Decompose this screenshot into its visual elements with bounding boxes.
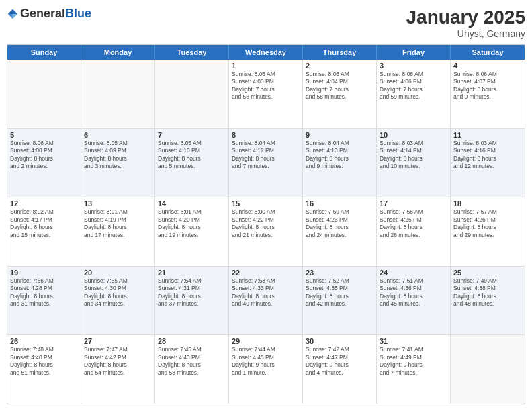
logo-blue: Blue — [65, 7, 91, 20]
empty-cell — [81, 60, 155, 128]
day-info: Sunrise: 8:05 AM Sunset: 4:09 PM Dayligh… — [84, 140, 152, 171]
weekday-header: Sunday — [7, 45, 81, 60]
day-cell: 12Sunrise: 8:02 AM Sunset: 4:17 PM Dayli… — [7, 197, 81, 266]
day-number: 4 — [453, 62, 522, 70]
day-cell: 22Sunrise: 7:53 AM Sunset: 4:33 PM Dayli… — [229, 267, 303, 335]
empty-cell — [7, 60, 81, 128]
day-cell: 10Sunrise: 8:03 AM Sunset: 4:14 PM Dayli… — [377, 129, 451, 197]
day-number: 14 — [158, 199, 226, 208]
day-number: 24 — [380, 269, 447, 277]
weekday-header: Thursday — [303, 45, 377, 60]
day-number: 11 — [453, 131, 522, 139]
calendar-body: 1Sunrise: 8:06 AM Sunset: 4:03 PM Daylig… — [7, 60, 525, 404]
day-number: 19 — [10, 269, 78, 277]
svg-marker-1 — [8, 9, 13, 13]
day-number: 10 — [380, 131, 447, 139]
day-cell: 19Sunrise: 7:56 AM Sunset: 4:28 PM Dayli… — [7, 267, 81, 335]
day-info: Sunrise: 8:01 AM Sunset: 4:19 PM Dayligh… — [84, 208, 152, 239]
weekday-header: Monday — [81, 45, 155, 60]
day-info: Sunrise: 7:45 AM Sunset: 4:43 PM Dayligh… — [158, 346, 226, 377]
empty-cell — [451, 335, 525, 404]
day-number: 26 — [10, 337, 78, 345]
day-info: Sunrise: 7:48 AM Sunset: 4:40 PM Dayligh… — [10, 346, 78, 377]
day-cell: 16Sunrise: 7:59 AM Sunset: 4:23 PM Dayli… — [303, 197, 377, 266]
day-info: Sunrise: 7:44 AM Sunset: 4:45 PM Dayligh… — [232, 346, 300, 377]
day-cell: 7Sunrise: 8:05 AM Sunset: 4:10 PM Daylig… — [155, 129, 229, 197]
calendar-row: 19Sunrise: 7:56 AM Sunset: 4:28 PM Dayli… — [7, 267, 525, 336]
day-number: 3 — [380, 62, 447, 70]
calendar-row: 1Sunrise: 8:06 AM Sunset: 4:03 PM Daylig… — [7, 60, 525, 129]
calendar-row: 26Sunrise: 7:48 AM Sunset: 4:40 PM Dayli… — [7, 335, 525, 404]
day-number: 12 — [10, 199, 78, 208]
day-number: 18 — [453, 199, 522, 208]
svg-marker-0 — [13, 9, 17, 13]
day-info: Sunrise: 7:47 AM Sunset: 4:42 PM Dayligh… — [84, 346, 152, 377]
day-info: Sunrise: 8:00 AM Sunset: 4:22 PM Dayligh… — [232, 208, 300, 239]
day-info: Sunrise: 8:03 AM Sunset: 4:16 PM Dayligh… — [453, 140, 522, 171]
day-cell: 18Sunrise: 7:57 AM Sunset: 4:26 PM Dayli… — [451, 197, 525, 266]
day-number: 7 — [158, 131, 226, 139]
empty-cell — [155, 60, 229, 128]
day-cell: 9Sunrise: 8:04 AM Sunset: 4:13 PM Daylig… — [303, 129, 377, 197]
day-cell: 2Sunrise: 8:06 AM Sunset: 4:04 PM Daylig… — [303, 60, 377, 128]
day-cell: 26Sunrise: 7:48 AM Sunset: 4:40 PM Dayli… — [7, 335, 81, 404]
day-number: 6 — [84, 131, 152, 139]
day-info: Sunrise: 8:03 AM Sunset: 4:14 PM Dayligh… — [380, 140, 447, 171]
day-info: Sunrise: 7:56 AM Sunset: 4:28 PM Dayligh… — [10, 277, 78, 308]
day-info: Sunrise: 8:06 AM Sunset: 4:06 PM Dayligh… — [380, 71, 447, 101]
day-info: Sunrise: 7:52 AM Sunset: 4:35 PM Dayligh… — [306, 277, 373, 308]
day-info: Sunrise: 8:01 AM Sunset: 4:20 PM Dayligh… — [158, 208, 226, 239]
day-number: 20 — [84, 269, 152, 277]
day-info: Sunrise: 8:06 AM Sunset: 4:07 PM Dayligh… — [453, 71, 522, 101]
weekday-header: Saturday — [451, 45, 525, 60]
day-cell: 6Sunrise: 8:05 AM Sunset: 4:09 PM Daylig… — [81, 129, 155, 197]
day-cell: 4Sunrise: 8:06 AM Sunset: 4:07 PM Daylig… — [451, 60, 525, 128]
weekday-header: Tuesday — [155, 45, 229, 60]
weekday-header: Friday — [377, 45, 451, 60]
day-cell: 8Sunrise: 8:04 AM Sunset: 4:12 PM Daylig… — [229, 129, 303, 197]
day-number: 22 — [232, 269, 300, 277]
day-info: Sunrise: 8:04 AM Sunset: 4:12 PM Dayligh… — [232, 140, 300, 171]
day-info: Sunrise: 7:58 AM Sunset: 4:25 PM Dayligh… — [380, 208, 447, 239]
day-number: 27 — [84, 337, 152, 345]
logo-text: GeneralBlue — [20, 7, 91, 21]
logo-icon — [7, 8, 19, 20]
day-number: 13 — [84, 199, 152, 208]
day-info: Sunrise: 8:02 AM Sunset: 4:17 PM Dayligh… — [10, 208, 78, 239]
day-number: 8 — [232, 131, 300, 139]
day-info: Sunrise: 7:49 AM Sunset: 4:38 PM Dayligh… — [453, 277, 522, 308]
calendar-header: SundayMondayTuesdayWednesdayThursdayFrid… — [7, 45, 525, 60]
day-info: Sunrise: 7:42 AM Sunset: 4:47 PM Dayligh… — [306, 346, 373, 377]
day-cell: 29Sunrise: 7:44 AM Sunset: 4:45 PM Dayli… — [229, 335, 303, 404]
day-cell: 24Sunrise: 7:51 AM Sunset: 4:36 PM Dayli… — [377, 267, 451, 335]
weekday-header: Wednesday — [229, 45, 303, 60]
day-number: 28 — [158, 337, 226, 345]
day-cell: 15Sunrise: 8:00 AM Sunset: 4:22 PM Dayli… — [229, 197, 303, 266]
svg-marker-3 — [13, 14, 17, 19]
header: GeneralBlue January 2025 Uhyst, Germany — [7, 7, 525, 39]
day-cell: 13Sunrise: 8:01 AM Sunset: 4:19 PM Dayli… — [81, 197, 155, 266]
day-info: Sunrise: 8:06 AM Sunset: 4:04 PM Dayligh… — [306, 71, 373, 101]
day-number: 16 — [306, 199, 373, 208]
day-number: 9 — [306, 131, 373, 139]
day-cell: 28Sunrise: 7:45 AM Sunset: 4:43 PM Dayli… — [155, 335, 229, 404]
day-info: Sunrise: 8:05 AM Sunset: 4:10 PM Dayligh… — [158, 140, 226, 171]
calendar-subtitle: Uhyst, Germany — [406, 28, 525, 39]
day-cell: 25Sunrise: 7:49 AM Sunset: 4:38 PM Dayli… — [451, 267, 525, 335]
day-info: Sunrise: 7:55 AM Sunset: 4:30 PM Dayligh… — [84, 277, 152, 308]
day-number: 1 — [232, 62, 300, 70]
day-number: 5 — [10, 131, 78, 139]
logo: GeneralBlue — [7, 7, 91, 21]
day-number: 31 — [380, 337, 447, 345]
day-cell: 17Sunrise: 7:58 AM Sunset: 4:25 PM Dayli… — [377, 197, 451, 266]
page: GeneralBlue January 2025 Uhyst, Germany … — [0, 0, 532, 411]
day-info: Sunrise: 7:53 AM Sunset: 4:33 PM Dayligh… — [232, 277, 300, 308]
day-number: 21 — [158, 269, 226, 277]
svg-marker-2 — [8, 14, 13, 19]
day-cell: 21Sunrise: 7:54 AM Sunset: 4:31 PM Dayli… — [155, 267, 229, 335]
day-number: 2 — [306, 62, 373, 70]
day-cell: 23Sunrise: 7:52 AM Sunset: 4:35 PM Dayli… — [303, 267, 377, 335]
day-info: Sunrise: 7:41 AM Sunset: 4:49 PM Dayligh… — [380, 346, 447, 377]
day-info: Sunrise: 7:51 AM Sunset: 4:36 PM Dayligh… — [380, 277, 447, 308]
day-cell: 30Sunrise: 7:42 AM Sunset: 4:47 PM Dayli… — [303, 335, 377, 404]
